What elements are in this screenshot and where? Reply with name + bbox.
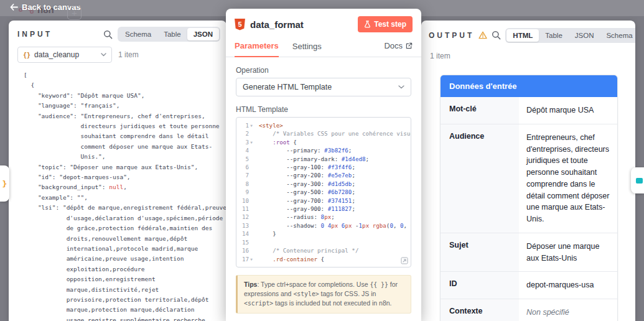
tab-schema[interactable]: Schema bbox=[119, 28, 157, 40]
external-link-icon bbox=[406, 42, 413, 49]
output-panel-header: OUTPUT HTMLTableJSONSchema bbox=[421, 21, 635, 47]
tips-text: tags for CSS. JS in bbox=[319, 290, 376, 297]
tips-code: {{ }} bbox=[370, 281, 388, 288]
line-number: 13 bbox=[236, 221, 255, 230]
node-detail-modal: 5 data_format Test step ParametersSettin… bbox=[226, 9, 421, 321]
result-table-row: Mot-cléDépôt marque USA bbox=[441, 97, 617, 124]
tips-text: tags is included but not executed in n8n… bbox=[273, 299, 391, 307]
tips-bold: Tips bbox=[244, 281, 257, 288]
result-row-value: depot-marques-usa bbox=[519, 272, 617, 299]
line-number: 15 bbox=[236, 238, 255, 246]
html-template-label: HTML Template bbox=[236, 105, 411, 114]
result-row-value: Entrepreneurs, chef d'entreprises, direc… bbox=[519, 124, 617, 233]
result-row-label: Sujet bbox=[441, 233, 519, 272]
output-panel: OUTPUT HTMLTableJSONSchema 1 item Donnée… bbox=[421, 21, 635, 321]
line-number: 8 bbox=[236, 180, 255, 188]
search-icon[interactable] bbox=[103, 30, 113, 39]
expand-editor-icon[interactable] bbox=[401, 257, 408, 264]
node-modal-tabs: ParametersSettings Docs bbox=[226, 39, 421, 57]
tab-html[interactable]: HTML bbox=[506, 29, 539, 42]
input-source-select[interactable]: {} data_cleanup bbox=[17, 47, 112, 63]
result-row-label: Audience bbox=[441, 124, 519, 233]
line-number: 17▼ bbox=[236, 255, 255, 263]
operation-select[interactable]: Generate HTML Template bbox=[236, 78, 411, 96]
brace-icon: } bbox=[2, 179, 7, 188]
fold-chevron-icon[interactable]: ▼ bbox=[249, 255, 254, 263]
add-node-button[interactable]: + bbox=[67, 6, 82, 20]
result-row-label: Contexte bbox=[441, 299, 519, 321]
result-table-row: ContexteNon spécifié bbox=[441, 299, 617, 321]
input-panel-header: INPUT SchemaTableJSON bbox=[9, 21, 226, 45]
node-modal-header: 5 data_format Test step bbox=[226, 9, 421, 39]
result-row-value: Déposer une marque aux Etats-Unis bbox=[519, 233, 617, 272]
fold-chevron-icon[interactable]: ▼ bbox=[249, 121, 254, 129]
line-number: 6 bbox=[236, 163, 255, 171]
operation-value: Generate HTML Template bbox=[243, 83, 332, 91]
fold-chevron-icon[interactable]: ▼ bbox=[249, 138, 254, 146]
result-row-value: Non spécifié bbox=[519, 299, 617, 321]
operation-label: Operation bbox=[236, 66, 411, 75]
line-number: 9 bbox=[236, 188, 255, 196]
html5-node-icon: 5 bbox=[235, 19, 245, 30]
output-panel-title: OUTPUT bbox=[429, 31, 474, 40]
tips-code: <style> bbox=[293, 291, 319, 297]
input-source-row: {} data_cleanup 1 item bbox=[9, 45, 226, 67]
line-number: 2 bbox=[236, 129, 255, 137]
search-icon[interactable] bbox=[492, 30, 501, 40]
input-source-value: data_cleanup bbox=[34, 50, 79, 59]
warning-icon bbox=[478, 31, 487, 39]
tab-parameters[interactable]: Parameters bbox=[235, 39, 279, 57]
tab-table[interactable]: Table bbox=[157, 28, 187, 40]
output-items-count: 1 item bbox=[430, 52, 450, 60]
result-row-label: Mot-clé bbox=[441, 97, 519, 124]
input-panel: INPUT SchemaTableJSON {} data_cleanup 1 … bbox=[9, 21, 226, 321]
tab-table[interactable]: Table bbox=[539, 29, 569, 42]
line-number: 4 bbox=[236, 146, 255, 154]
input-view-tabs: SchemaTableJSON bbox=[118, 27, 220, 42]
result-table-row: AudienceEntrepreneurs, chef d'entreprise… bbox=[441, 124, 617, 233]
line-number: 11 bbox=[236, 205, 255, 213]
input-json-view[interactable]: [ { "keyword": "Dépôt marque USA", "lang… bbox=[9, 70, 226, 321]
input-items-count: 1 item bbox=[118, 50, 139, 59]
output-connector-tab[interactable] bbox=[631, 167, 644, 193]
tips-text: : Type ctrl+space for completions. Use bbox=[257, 281, 370, 288]
test-step-label: Test step bbox=[374, 20, 406, 29]
arrow-left-icon bbox=[10, 4, 18, 11]
line-number: 1▼ bbox=[236, 121, 255, 129]
result-table-body: Mot-cléDépôt marque USAAudienceEntrepren… bbox=[441, 97, 617, 321]
parameters-body: Operation Generate HTML Template HTML Te… bbox=[226, 57, 421, 321]
input-connector-tab[interactable]: } bbox=[0, 165, 9, 202]
input-panel-title: INPUT bbox=[17, 30, 52, 39]
braces-icon: {} bbox=[23, 52, 30, 58]
result-table-header: Données d'entrée bbox=[441, 75, 617, 97]
output-view-tabs: HTMLTableJSONSchema bbox=[505, 28, 635, 43]
result-row-value: Dépôt marque USA bbox=[519, 97, 617, 124]
tab-schema[interactable]: Schema bbox=[600, 29, 635, 42]
rendered-html-table: Données d'entrée Mot-cléDépôt marque USA… bbox=[440, 75, 618, 321]
line-number: 14 bbox=[236, 230, 255, 238]
docs-link[interactable]: Docs bbox=[384, 41, 413, 54]
tips-code: <script> bbox=[244, 300, 273, 307]
output-connector-icon bbox=[636, 178, 643, 184]
flask-icon bbox=[364, 21, 371, 28]
chevron-down-icon bbox=[398, 85, 404, 89]
line-number: 10 bbox=[236, 197, 255, 205]
editor-tips: Tips: Type ctrl+space for completions. U… bbox=[236, 275, 411, 314]
code-editor[interactable]: 1▼23▼4567891011121314151617▼ <style> /* … bbox=[236, 117, 411, 268]
code-editor-content[interactable]: <style> /* Variables CSS pour une cohére… bbox=[255, 118, 411, 267]
result-table-row: IDdepot-marques-usa bbox=[441, 271, 617, 299]
test-step-button[interactable]: Test step bbox=[358, 16, 413, 32]
result-table-row: SujetDéposer une marque aux Etats-Unis bbox=[441, 233, 617, 272]
code-editor-gutter: 1▼23▼4567891011121314151617▼ bbox=[236, 118, 255, 267]
result-row-label: ID bbox=[441, 272, 519, 299]
line-number: 5 bbox=[236, 155, 255, 163]
line-number: 7 bbox=[236, 171, 255, 179]
line-number: 16 bbox=[236, 246, 255, 254]
chevron-down-icon bbox=[101, 53, 106, 57]
line-number: 12 bbox=[236, 213, 255, 221]
tab-json[interactable]: JSON bbox=[187, 28, 219, 40]
tab-settings[interactable]: Settings bbox=[292, 39, 322, 57]
tab-json[interactable]: JSON bbox=[569, 29, 600, 42]
line-number: 3▼ bbox=[236, 138, 255, 146]
node-title: data_format bbox=[250, 19, 304, 30]
